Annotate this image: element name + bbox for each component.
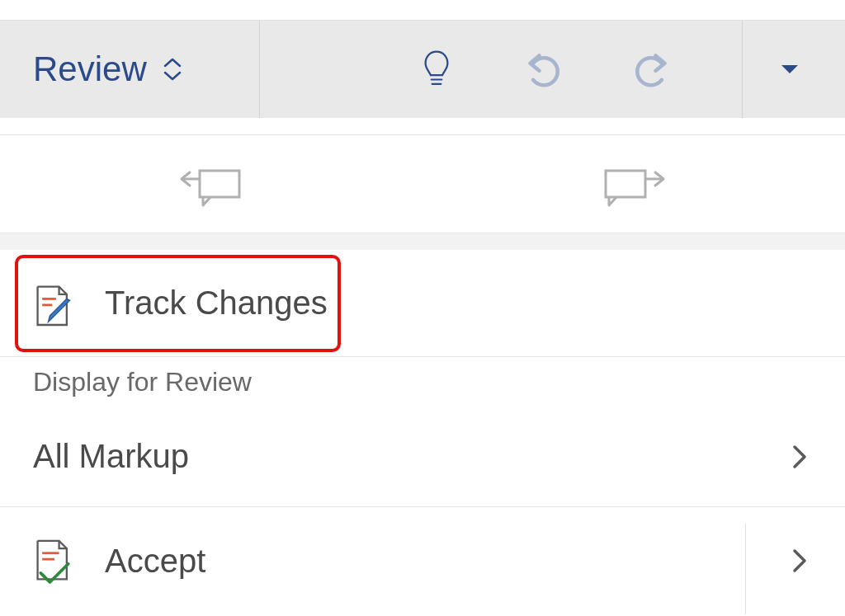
undo-button[interactable] <box>519 45 569 94</box>
track-changes-icon <box>33 279 76 328</box>
previous-comment-icon <box>178 159 244 209</box>
next-comment-icon <box>601 159 667 209</box>
ribbon-toolbar: Review <box>0 21 845 118</box>
tab-selector[interactable]: Review <box>0 21 260 118</box>
dropdown-caret-icon <box>780 63 800 75</box>
svg-rect-3 <box>200 171 239 197</box>
redo-icon <box>630 51 673 87</box>
accept-button[interactable]: Accept <box>0 507 845 614</box>
tab-label: Review <box>33 49 147 89</box>
all-markup-label: All Markup <box>33 438 189 475</box>
gap <box>0 118 845 134</box>
toolbar-actions <box>260 21 845 118</box>
track-changes-label: Track Changes <box>105 284 328 322</box>
track-changes-button[interactable]: Track Changes <box>0 250 845 357</box>
tab-switcher-icon <box>163 58 182 81</box>
accept-label: Accept <box>105 543 758 580</box>
chevron-right-icon <box>787 548 812 573</box>
top-strip <box>0 0 845 21</box>
undo-icon <box>522 51 565 87</box>
svg-marker-2 <box>781 65 798 73</box>
lightbulb-icon <box>422 49 451 90</box>
chevron-right-icon <box>787 444 812 469</box>
svg-rect-5 <box>606 171 645 197</box>
overflow-dropdown[interactable] <box>742 21 837 118</box>
divider <box>745 524 746 614</box>
display-for-review-text: Display for Review <box>33 367 252 397</box>
redo-button[interactable] <box>626 45 676 94</box>
next-comment-button[interactable] <box>422 135 845 233</box>
previous-comment-button[interactable] <box>0 135 422 233</box>
all-markup-button[interactable]: All Markup <box>0 407 845 507</box>
lightbulb-button[interactable] <box>412 45 461 94</box>
accept-icon <box>33 536 76 585</box>
display-for-review-label: Display for Review <box>0 357 845 407</box>
section-gap <box>0 233 845 250</box>
comment-navigation <box>0 134 845 233</box>
